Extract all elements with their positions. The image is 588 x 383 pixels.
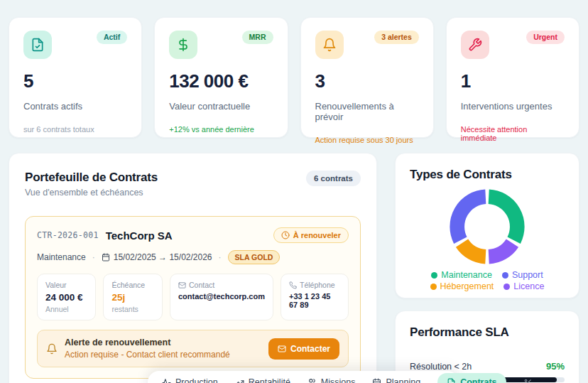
alert-description: Action requise - Contact client recomman… [65,350,230,360]
tab-contrats[interactable]: Contrats [437,373,506,383]
alert-title: Alerte de renouvellement [65,338,230,347]
status-badge: Actif [97,31,127,44]
detail-echeance: Échéance 25j restants [103,274,163,320]
calendar-icon [102,253,110,261]
clock-icon [281,231,290,239]
status-badge: 3 alertes [374,31,419,44]
trending-up-icon [235,378,244,383]
contract-name: TechCorp SA [106,230,173,242]
phone-icon [289,281,297,289]
detail-sub: Annuel [45,305,87,313]
tab-label: Missions [321,377,356,383]
stat-label: Valeur contractuelle [169,101,273,112]
chart-legend: MaintenanceSupportHébergementLicence [410,270,565,292]
panel-subtitle: Vue d'ensemble et échéances [25,188,158,198]
renewal-alert: Alerte de renouvellement Action requise … [37,330,349,367]
detail-sub: restants [111,305,154,313]
tab-rentabilite[interactable]: Rentabilité [235,377,290,383]
panel-title: Types de Contrats [410,168,565,182]
tab-partial-percent[interactable] [523,378,533,383]
contract-count-badge: 6 contrats [306,171,361,186]
bell-icon [315,31,344,59]
stat-label: Renouvellements à prévoir [315,101,419,122]
stat-footnote: Action requise sous 30 jours [315,136,419,144]
legend-label: Support [512,270,543,281]
legend-dot [431,272,437,279]
stat-footnote: Nécessite attention immédiate [461,125,565,142]
panel-title: Portefeuille de Contrats [25,171,158,185]
stat-label: Interventions urgentes [461,101,565,112]
stat-value: 1 [461,70,565,92]
stat-card-contrats-actifs: Actif 5 Contrats actifs sur 6 contrats t… [9,17,142,138]
tab-label: Contrats [460,377,496,383]
legend-dot [430,284,437,290]
contact-button-label: Contacter [290,344,330,354]
legend-label: Hébergement [440,281,494,292]
sla-badge: SLA GOLD [228,250,281,264]
detail-label: Contact [189,281,214,289]
detail-value: 25j [111,292,154,303]
contact-email: contact@techcorp.com [178,292,265,301]
contract-card-techcorp[interactable]: CTR-2026-001 TechCorp SA À renouveler Ma… [25,216,361,379]
detail-label: Valeur [45,281,87,289]
detail-telephone: Téléphone +33 1 23 45 67 89 [281,274,349,320]
mail-icon [178,281,186,289]
stat-card-interventions: Urgent 1 Interventions urgentes Nécessit… [446,17,579,138]
file-check-icon [23,31,52,59]
file-icon [447,378,456,383]
users-icon [307,378,317,383]
tab-missions[interactable]: Missions [307,377,356,383]
panel-title: Performance SLA [410,325,565,340]
legend-dot [503,284,510,290]
detail-label: Téléphone [300,281,335,289]
stat-footnote: +12% vs année dernière [169,125,273,134]
status-badge: Urgent [526,31,565,44]
mail-icon [278,345,286,353]
legend-item: Hébergement [430,281,494,292]
stat-card-renouvellements: 3 alertes 3 Renouvellements à prévoir Ac… [300,17,434,138]
dollar-icon [169,31,197,59]
stat-value: 5 [23,70,127,92]
renewal-status-label: À renouveler [293,231,341,239]
stat-value: 3 [315,70,419,92]
tab-label: Rentabilité [249,377,290,383]
tab-label: Planning [386,377,420,383]
bell-icon [46,343,58,355]
stat-card-valeur: MRR 132 000 € Valeur contractuelle +12% … [154,17,288,138]
wrench-icon [461,31,489,59]
activity-icon [162,378,171,383]
sla-metric-label: Résolution < 2h [410,362,472,372]
tab-planning[interactable]: Planning [372,377,420,383]
sla-metric-value: 95% [546,361,565,372]
legend-label: Licence [513,281,544,292]
stat-label: Contrats actifs [23,101,127,112]
stat-footnote: sur 6 contrats totaux [23,125,127,134]
detail-contact: Contact contact@techcorp.com [170,274,273,320]
legend-item: Support [502,270,543,281]
contract-dates: 15/02/2025 → 15/02/2026 [114,252,212,262]
contract-types-donut-chart [445,185,529,269]
tab-production[interactable]: Production [162,377,218,383]
portfolio-panel: Portefeuille de Contrats Vue d'ensemble … [9,153,377,383]
detail-valeur: Valeur 24 000 € Annuel [37,274,96,320]
detail-label: Échéance [111,281,154,289]
calendar-icon [372,378,381,383]
separator: · [219,252,222,262]
contract-types-panel: Types de Contrats MaintenanceSupportHébe… [395,153,579,298]
legend-label: Maintenance [441,270,492,281]
renewal-status-badge: À renouveler [273,227,349,243]
dashboard: Actif 5 Contrats actifs sur 6 contrats t… [0,0,588,383]
tab-label: Production [175,377,218,383]
legend-dot [502,272,508,279]
contract-ref: CTR-2026-001 [37,230,99,240]
legend-item: Licence [503,281,544,292]
status-badge: MRR [242,31,273,44]
legend-item: Maintenance [431,270,492,281]
percent-icon [523,378,533,383]
contact-button[interactable]: Contacter [268,338,339,360]
contract-type: Maintenance [37,252,86,262]
separator: · [92,252,95,262]
stat-value: 132 000 € [169,70,273,92]
phone-number: +33 1 23 45 67 89 [289,292,340,309]
bottom-tab-bar: Production Rentabilité Missions Planning… [148,371,459,383]
